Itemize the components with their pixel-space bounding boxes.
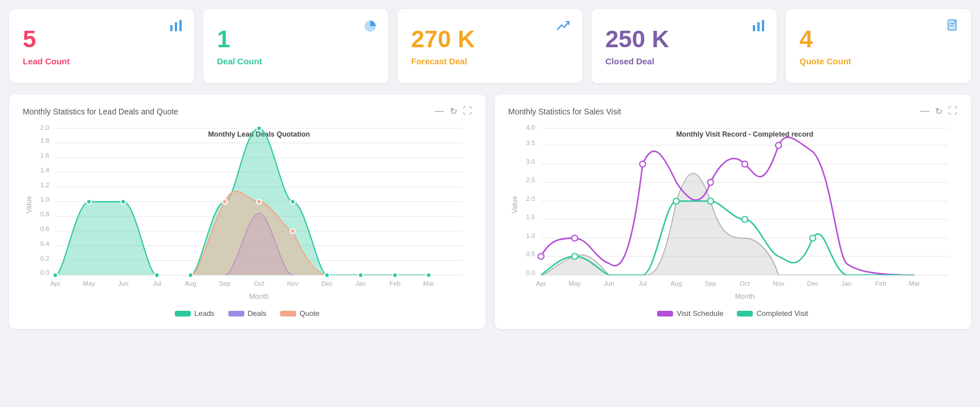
svg-rect-2	[179, 20, 182, 31]
svg-text:Value: Value	[510, 196, 518, 213]
svg-point-99	[741, 161, 747, 167]
legend-swatch-visit-schedule	[657, 311, 673, 316]
svg-point-56	[392, 273, 397, 277]
chart-controls-right: — ↻ ⛶	[920, 106, 957, 117]
svg-text:Mar: Mar	[908, 280, 920, 287]
svg-point-103	[707, 198, 713, 204]
kpi-card-lead-count: 5 Lead Count	[9, 9, 194, 83]
svg-text:Oct: Oct	[740, 280, 751, 287]
svg-text:0.4: 0.4	[40, 240, 50, 247]
refresh-button-left[interactable]: ↻	[450, 106, 457, 117]
legend-quote: Quote	[280, 309, 319, 318]
kpi-card-deal-count: 1 Deal Count	[203, 9, 388, 83]
refresh-button-right[interactable]: ↻	[935, 106, 942, 117]
chart-header-left: Monthly Statistics for Lead Deals and Qu…	[23, 106, 472, 117]
expand-button-left[interactable]: ⛶	[463, 106, 472, 117]
svg-text:0.0: 0.0	[40, 269, 50, 276]
bar-chart-icon	[169, 19, 183, 35]
legend-leads: Leads	[175, 309, 214, 318]
chart-legend-left: Leads Deals Quote	[23, 309, 472, 318]
svg-text:1.8: 1.8	[40, 137, 50, 144]
svg-text:3.5: 3.5	[526, 139, 535, 146]
chart-controls-left: — ↻ ⛶	[435, 106, 472, 117]
svg-point-50	[188, 273, 193, 277]
svg-text:Dec: Dec	[807, 280, 819, 287]
svg-text:2.5: 2.5	[526, 176, 535, 183]
minimize-button-right[interactable]: —	[920, 106, 929, 117]
chart-panel-left: Monthly Statistics for Lead Deals and Qu…	[9, 94, 486, 329]
svg-text:Jun: Jun	[604, 280, 614, 287]
legend-label-completed-visit: Completed Visit	[756, 309, 808, 318]
svg-point-55	[358, 273, 363, 277]
legend-label-visit-schedule: Visit Schedule	[676, 309, 723, 318]
minimize-button-left[interactable]: —	[435, 106, 444, 117]
svg-text:Dec: Dec	[321, 280, 333, 287]
svg-text:Apr: Apr	[50, 280, 60, 287]
svg-point-104	[741, 216, 747, 222]
kpi-card-closed-deal: 250 K Closed Deal	[592, 9, 777, 83]
svg-text:Month: Month	[249, 293, 269, 301]
legend-swatch-leads	[175, 311, 191, 316]
svg-point-101	[572, 253, 577, 259]
expand-button-right[interactable]: ⛶	[948, 106, 957, 117]
deal-count-label: Deal Count	[217, 56, 375, 66]
svg-point-100	[775, 142, 781, 148]
svg-point-46	[53, 273, 58, 277]
svg-text:0.0: 0.0	[526, 269, 535, 276]
svg-text:Jul: Jul	[153, 280, 161, 287]
svg-point-105	[810, 235, 815, 241]
svg-text:Aug: Aug	[670, 280, 682, 287]
chart-legend-right: Visit Schedule Completed Visit	[509, 309, 958, 318]
forecast-deal-value: 270 K	[411, 26, 569, 52]
svg-text:0.2: 0.2	[40, 255, 50, 262]
trend-up-icon	[556, 19, 571, 35]
svg-rect-0	[170, 25, 173, 31]
svg-text:Jun: Jun	[118, 280, 128, 287]
svg-text:Sep: Sep	[219, 280, 231, 287]
legend-swatch-completed-visit	[737, 311, 753, 316]
legend-swatch-deals	[228, 311, 244, 316]
svg-rect-4	[757, 22, 760, 31]
svg-text:Value: Value	[24, 196, 32, 213]
svg-text:1.5: 1.5	[526, 213, 535, 220]
chart-title-left: Monthly Statistics for Lead Deals and Qu…	[23, 107, 178, 116]
chart-header-right: Monthly Statistics for Sales Visit — ↻ ⛶	[509, 106, 958, 117]
legend-label-deals: Deals	[248, 309, 266, 318]
chart-title-right: Monthly Statistics for Sales Visit	[509, 107, 621, 116]
legend-label-quote: Quote	[300, 309, 319, 318]
kpi-card-forecast-deal: 270 K Forecast Deal	[397, 9, 583, 83]
legend-completed-visit: Completed Visit	[737, 309, 808, 318]
svg-point-47	[87, 199, 91, 204]
svg-rect-3	[753, 25, 755, 31]
svg-point-95	[538, 253, 543, 259]
svg-text:1.4: 1.4	[40, 167, 50, 174]
svg-point-97	[639, 161, 645, 167]
svg-text:May: May	[568, 280, 581, 287]
svg-text:0.6: 0.6	[40, 225, 50, 232]
svg-point-96	[572, 235, 577, 241]
svg-text:1.0: 1.0	[40, 196, 50, 203]
svg-text:0.5: 0.5	[526, 250, 535, 257]
bar-chart-icon-2	[752, 19, 765, 35]
svg-point-52	[257, 126, 261, 130]
svg-text:Mar: Mar	[423, 280, 434, 287]
closed-deal-value: 250 K	[605, 26, 763, 52]
svg-point-53	[290, 199, 295, 204]
deal-count-value: 1	[217, 26, 375, 52]
forecast-deal-label: Forecast Deal	[411, 56, 569, 66]
svg-point-59	[257, 199, 261, 204]
svg-point-57	[427, 273, 431, 277]
svg-text:0.8: 0.8	[40, 211, 50, 217]
document-icon	[947, 19, 960, 38]
svg-text:4.0: 4.0	[526, 124, 535, 131]
svg-point-98	[707, 179, 713, 185]
svg-rect-5	[762, 20, 764, 31]
svg-text:Oct: Oct	[254, 280, 265, 287]
kpi-row: 5 Lead Count 1 Deal Count 270 K Forecast…	[9, 9, 971, 83]
charts-row: Monthly Statistics for Lead Deals and Qu…	[9, 94, 971, 329]
chart-area-right: 0.0 0.5 1.0 1.5 2.0 2.5 3.0 3.5 4.0	[509, 122, 958, 305]
svg-text:2.0: 2.0	[40, 124, 50, 131]
svg-text:Nov: Nov	[772, 280, 784, 287]
svg-point-49	[154, 273, 159, 277]
svg-text:Feb: Feb	[875, 280, 886, 287]
